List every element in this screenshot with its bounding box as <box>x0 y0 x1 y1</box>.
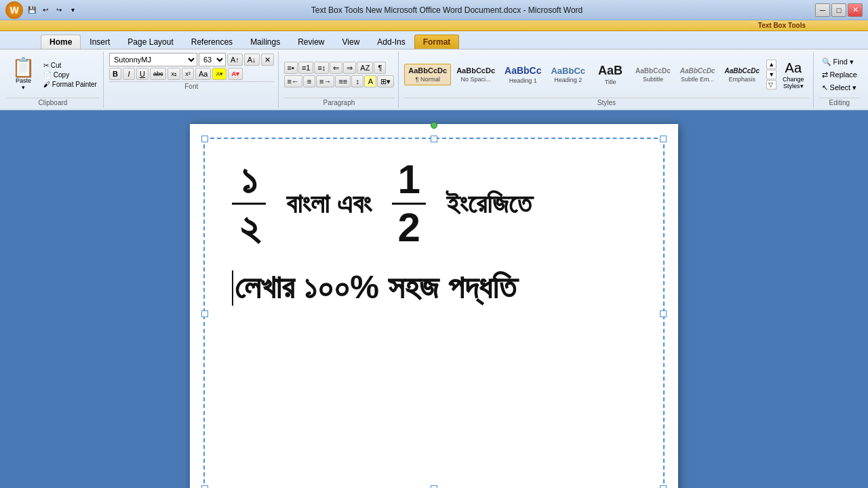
style-emphasis-preview: AaBbCcDc <box>724 67 760 75</box>
font-row-2: B I U abc x₂ x² Aa A▾ A▾ <box>109 68 274 80</box>
borders-button[interactable]: ⊞▾ <box>377 75 394 87</box>
paste-dropdown[interactable]: ▾ <box>22 84 25 91</box>
tab-review[interactable]: Review <box>289 35 333 49</box>
grow-font-button[interactable]: A↑ <box>227 54 243 66</box>
text-box[interactable]: ১ ২ বাংলা এবং 1 2 <box>203 138 665 488</box>
replace-label: Replace <box>830 70 857 79</box>
italic-button[interactable]: I <box>123 68 135 80</box>
align-right-button[interactable]: ≡→ <box>316 75 334 87</box>
handle-middle-right[interactable] <box>660 310 667 317</box>
paste-icon: 📋 <box>12 58 35 77</box>
shading-button[interactable]: A <box>364 75 376 87</box>
decrease-indent-button[interactable]: ⇐ <box>330 62 342 74</box>
select-dropdown[interactable]: ▾ <box>852 83 856 92</box>
save-button[interactable]: 💾 <box>26 4 38 16</box>
handle-bottom-right[interactable] <box>660 485 667 488</box>
underline-button[interactable]: U <box>136 68 149 80</box>
handle-bottom-middle[interactable] <box>431 485 437 488</box>
styles-label: Styles <box>404 98 808 106</box>
clipboard-content: 📋 Paste ▾ ✂ Cut 📄 Copy 🖌 Format Painter <box>7 53 99 96</box>
tab-page-layout[interactable]: Page Layout <box>119 35 182 49</box>
ribbon-content: 📋 Paste ▾ ✂ Cut 📄 Copy 🖌 Format Painter … <box>0 49 868 110</box>
ribbon-group-clipboard: 📋 Paste ▾ ✂ Cut 📄 Copy 🖌 Format Painter … <box>3 52 104 108</box>
handle-top-middle[interactable] <box>431 136 437 142</box>
ribbon-group-paragraph: ≡• ≡1 ≡↕ ⇐ ⇒ AZ ¶ ≡← ≡ ≡→ ≡≡ ↕ A <box>280 52 399 108</box>
styles-scroll: ▲ ▼ ▽ <box>766 60 776 89</box>
paste-button[interactable]: 📋 Paste ▾ <box>7 56 40 93</box>
styles-scroll-up[interactable]: ▲ <box>766 60 776 69</box>
justify-button[interactable]: ≡≡ <box>335 75 351 87</box>
page: ১ ২ বাংলা এবং 1 2 <box>190 124 678 488</box>
minimize-button[interactable]: ─ <box>815 3 830 17</box>
replace-button[interactable]: ⇄ Replace <box>819 69 860 81</box>
handle-top-right[interactable] <box>660 136 667 142</box>
styles-expand[interactable]: ▽ <box>766 80 776 89</box>
sort-button[interactable]: AZ <box>357 62 373 74</box>
show-hide-button[interactable]: ¶ <box>374 62 386 74</box>
style-normal-preview: AaBbCcDc <box>408 66 447 75</box>
tab-references[interactable]: References <box>182 35 241 49</box>
maximize-button[interactable]: □ <box>831 3 846 17</box>
bullets-button[interactable]: ≡• <box>284 62 298 74</box>
handle-top-left[interactable] <box>201 136 208 142</box>
change-case-button[interactable]: Aa <box>195 68 211 80</box>
bold-button[interactable]: B <box>109 68 121 80</box>
increase-indent-button[interactable]: ⇒ <box>343 62 356 74</box>
close-button[interactable]: ✕ <box>848 3 863 17</box>
highlight-button[interactable]: A▾ <box>212 68 226 80</box>
find-dropdown[interactable]: ▾ <box>850 58 854 66</box>
shrink-font-button[interactable]: A↓ <box>244 54 260 66</box>
english-label: ইংরেজিতে <box>446 188 532 220</box>
style-subtitle[interactable]: AaBbCcDc Subtitle <box>631 64 675 85</box>
style-emphasis-name: Emphasis <box>729 76 756 83</box>
font-size-select[interactable]: 63 <box>199 53 226 66</box>
style-heading2[interactable]: AaBbCc Heading 2 <box>547 63 589 87</box>
font-name-select[interactable]: SutonnyMJ <box>109 53 197 66</box>
large-text-row[interactable]: লেখার ১০০% সহজ পদ্ধতি <box>232 268 636 307</box>
numbering-button[interactable]: ≡1 <box>298 62 314 74</box>
style-subtle-emphasis[interactable]: AaBbCcDc Subtle Em... <box>676 64 719 85</box>
rotation-handle[interactable] <box>431 122 437 129</box>
tab-view[interactable]: View <box>334 35 369 49</box>
multilevel-button[interactable]: ≡↕ <box>314 62 329 74</box>
tab-home[interactable]: Home <box>41 35 81 49</box>
handle-middle-left[interactable] <box>201 310 208 317</box>
font-color-button[interactable]: A▾ <box>228 68 243 80</box>
style-nospacing-preview: AaBbCcDc <box>456 66 495 75</box>
align-center-button[interactable]: ≡ <box>303 75 315 87</box>
style-emphasis[interactable]: AaBbCcDc Emphasis <box>720 64 764 85</box>
undo-button[interactable]: ↩ <box>39 4 52 16</box>
style-title[interactable]: AaB Title <box>591 61 630 89</box>
strikethrough-button[interactable]: abc <box>150 68 167 80</box>
tab-insert[interactable]: Insert <box>81 35 119 49</box>
style-heading1[interactable]: AaBbCc Heading 1 <box>500 62 545 87</box>
english-fraction: 1 2 <box>392 159 426 248</box>
align-left-button[interactable]: ≡← <box>284 75 302 87</box>
line-spacing-button[interactable]: ↕ <box>351 75 363 87</box>
change-styles-button[interactable]: Aa ChangeStyles▾ <box>778 58 809 92</box>
style-subtle-preview: AaBbCcDc <box>680 67 715 75</box>
format-painter-button[interactable]: 🖌 Format Painter <box>41 80 99 89</box>
customize-button[interactable]: ▾ <box>66 4 79 16</box>
fraction-display: ১ ২ বাংলা এবং 1 2 <box>232 159 636 248</box>
select-button[interactable]: ↖ Select ▾ <box>819 82 860 94</box>
style-h2-preview: AaBbCc <box>551 66 585 77</box>
superscript-button[interactable]: x² <box>182 68 194 80</box>
context-tab-label: Text Box Tools <box>750 22 814 29</box>
select-icon: ↖ <box>822 83 828 92</box>
style-no-spacing[interactable]: AaBbCcDc No Spaci... <box>452 64 499 85</box>
styles-scroll-down[interactable]: ▼ <box>766 70 776 79</box>
replace-icon: ⇄ <box>822 70 828 79</box>
english-denominator: 2 <box>397 207 420 248</box>
cut-button[interactable]: ✂ Cut <box>41 61 99 70</box>
style-normal[interactable]: AaBbCcDc ¶ Normal <box>404 64 451 85</box>
tab-addins[interactable]: Add-Ins <box>368 35 414 49</box>
handle-bottom-left[interactable] <box>201 485 208 488</box>
tab-format[interactable]: Format <box>414 35 460 49</box>
redo-button[interactable]: ↪ <box>53 4 65 16</box>
tab-mailings[interactable]: Mailings <box>241 35 289 49</box>
clear-formatting-button[interactable]: ✕ <box>261 54 274 66</box>
find-button[interactable]: 🔍 Find ▾ <box>819 56 860 68</box>
subscript-button[interactable]: x₂ <box>167 68 180 80</box>
copy-button[interactable]: 📄 Copy <box>41 70 99 79</box>
